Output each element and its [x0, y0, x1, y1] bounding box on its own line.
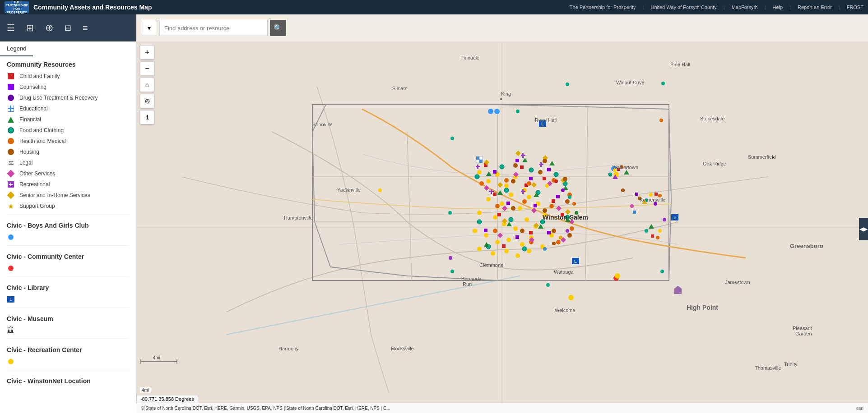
svg-text:Oak Ridge: Oak Ridge — [703, 161, 726, 166]
svg-rect-167 — [635, 193, 638, 196]
svg-rect-109 — [521, 191, 525, 192]
legend-item-library: L — [0, 294, 136, 305]
svg-point-57 — [500, 165, 504, 169]
logo: THE PARTNERSHIPFOR PROSPERITY — [5, 1, 29, 13]
svg-rect-131 — [479, 156, 483, 160]
zoom-in-button[interactable]: + — [140, 45, 154, 60]
legend-item-housing: Housing — [0, 147, 136, 157]
svg-point-14 — [527, 195, 531, 199]
svg-text:Boonville: Boonville — [312, 122, 333, 127]
zoom-out-button[interactable]: − — [140, 61, 154, 76]
bottom-bar: © State of North Carolina DOT, Esri, HER… — [136, 403, 868, 413]
divider-1 — [7, 214, 129, 215]
svg-text:Winston-Salem: Winston-Salem — [543, 214, 588, 221]
svg-text:Clemmons: Clemmons — [479, 262, 503, 268]
menu-icon[interactable]: ☰ — [7, 23, 15, 33]
svg-rect-156 — [654, 193, 658, 196]
svg-point-32 — [491, 251, 495, 256]
home-button[interactable]: ⌂ — [140, 78, 154, 92]
filter-icon[interactable]: ⊟ — [65, 23, 71, 33]
svg-point-11 — [500, 202, 504, 206]
section-recreation: Civic - Recreation Center — [0, 342, 136, 356]
svg-point-161 — [658, 229, 662, 233]
svg-text:Watauga: Watauga — [554, 269, 574, 275]
nav-unitedway[interactable]: United Way of Forsyth County — [650, 5, 716, 10]
svg-point-13 — [518, 206, 522, 211]
svg-point-194 — [543, 247, 547, 251]
svg-point-179 — [660, 270, 664, 273]
svg-point-129 — [567, 233, 572, 238]
svg-point-75 — [549, 204, 554, 208]
svg-point-173 — [378, 188, 382, 192]
svg-point-77 — [493, 229, 497, 233]
app-title: Community Assets and Resources Map — [33, 4, 152, 11]
svg-rect-171 — [633, 211, 636, 214]
info-button[interactable]: ℹ — [140, 110, 154, 124]
nav-report-error[interactable]: Report an Error — [798, 5, 832, 10]
svg-point-122 — [538, 170, 543, 174]
svg-point-16 — [477, 211, 482, 215]
svg-rect-133 — [479, 160, 483, 163]
svg-rect-51 — [534, 204, 537, 207]
legend-item-financial: Financial — [0, 114, 136, 125]
legend-item-food: Food and Clothing — [0, 125, 136, 136]
logo-text: THE PARTNERSHIPFOR PROSPERITY — [5, 0, 29, 14]
svg-text:Kernersville: Kernersville — [640, 197, 665, 202]
svg-point-120 — [543, 159, 547, 163]
svg-text:4mi: 4mi — [153, 355, 160, 360]
svg-point-146 — [615, 273, 620, 279]
map-svg: L L L — [136, 41, 868, 413]
search-button[interactable]: 🔍 — [270, 20, 286, 36]
nav-mapforsyth[interactable]: MapForsyth — [732, 5, 758, 10]
share-icon[interactable]: ⊕ — [45, 22, 53, 34]
legend-item-recreational: Recreational — [0, 179, 136, 190]
legend-item-community-center — [0, 263, 136, 274]
svg-point-191 — [566, 229, 569, 233]
nav-frost[interactable]: FROST — [847, 5, 863, 10]
svg-point-119 — [513, 163, 518, 168]
svg-rect-55 — [547, 231, 551, 234]
list-icon[interactable]: ≡ — [83, 23, 88, 33]
svg-point-12 — [509, 193, 513, 197]
svg-rect-49 — [529, 177, 533, 180]
legend-tab[interactable]: Legend — [0, 41, 33, 56]
header-left: THE PARTNERSHIPFOR PROSPERITY Community … — [5, 1, 152, 13]
esri-logo: esri — [856, 406, 863, 411]
svg-point-164 — [645, 229, 648, 233]
layers-icon[interactable]: ⊞ — [26, 23, 34, 33]
legend-item-boys-girls — [0, 232, 136, 243]
svg-rect-52 — [556, 195, 560, 198]
app-header: THE PARTNERSHIPFOR PROSPERITY Community … — [0, 0, 868, 14]
svg-point-34 — [515, 253, 520, 258]
svg-point-153 — [608, 173, 612, 176]
svg-rect-43 — [529, 231, 533, 234]
location-button[interactable]: ◎ — [140, 94, 154, 108]
svg-point-25 — [495, 240, 500, 244]
map-area[interactable]: L L L — [136, 41, 868, 413]
search-dropdown-button[interactable]: ▾ — [141, 20, 157, 36]
copyright-text: © State of North Carolina DOT, Esri, HER… — [141, 406, 390, 411]
svg-text:Pinnacle: Pinnacle — [460, 55, 479, 60]
svg-point-124 — [511, 206, 515, 211]
svg-point-33 — [504, 249, 509, 253]
svg-point-182 — [450, 270, 454, 273]
nav-partnership[interactable]: The Partnership for Prosperity — [570, 5, 636, 10]
svg-point-10 — [486, 197, 491, 202]
svg-point-71 — [527, 181, 531, 186]
svg-point-74 — [522, 199, 527, 204]
toggle-panel-button[interactable]: ◀▶ — [859, 218, 868, 240]
svg-point-166 — [663, 218, 666, 221]
svg-text:Greensboro: Greensboro — [790, 243, 823, 249]
svg-point-70 — [504, 178, 509, 183]
svg-point-174 — [450, 137, 454, 140]
nav-help[interactable]: Help — [773, 5, 783, 10]
svg-rect-54 — [515, 235, 519, 239]
svg-text:Run: Run — [463, 281, 472, 287]
svg-point-188 — [572, 202, 576, 206]
svg-rect-42 — [497, 213, 501, 216]
legend-item-counseling: Counseling — [0, 82, 136, 92]
svg-point-20 — [525, 217, 529, 222]
search-input[interactable] — [159, 20, 268, 36]
svg-point-192 — [559, 236, 562, 239]
svg-text:L: L — [673, 216, 676, 220]
